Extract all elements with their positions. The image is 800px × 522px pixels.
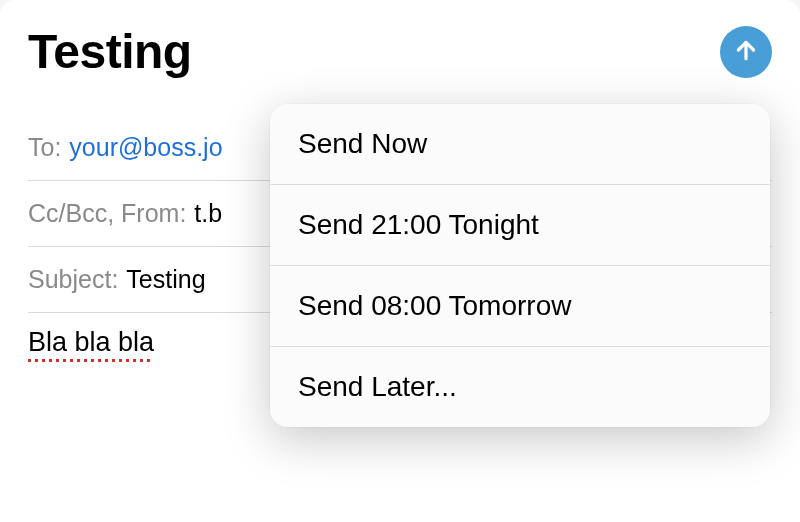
send-options-popover: Send Now Send 21:00 Tonight Send 08:00 T… [270,104,770,427]
subject-label: Subject: [28,265,118,294]
body-text[interactable]: Bla bla bla [28,313,154,358]
send-option-now[interactable]: Send Now [270,104,770,185]
send-option-later[interactable]: Send Later... [270,347,770,427]
to-label: To: [28,133,61,162]
send-option-tonight[interactable]: Send 21:00 Tonight [270,185,770,266]
ccbccfrom-label: Cc/Bcc, From: [28,199,186,228]
compose-sheet: Testing To: your@boss.jo Cc/Bcc, From: t… [0,0,800,522]
send-option-tomorrow[interactable]: Send 08:00 Tomorrow [270,266,770,347]
to-value[interactable]: your@boss.jo [69,133,222,162]
send-button[interactable] [720,26,772,78]
compose-header: Testing [28,24,772,79]
arrow-up-icon [733,37,759,66]
ccbccfrom-value: t.b [194,199,222,228]
compose-title: Testing [28,24,192,79]
subject-value[interactable]: Testing [126,265,205,294]
